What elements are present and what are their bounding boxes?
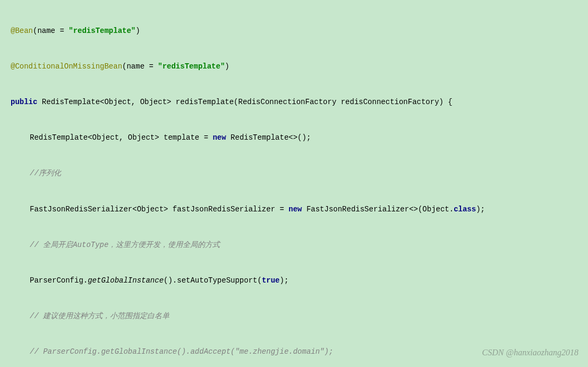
code-text: FastJsonRedisSerializer<Object> fastJson… <box>30 205 288 214</box>
code-line: // ParserConfig.getGlobalInstance().addA… <box>11 343 577 361</box>
code-line: // 建议使用这种方式，小范围指定白名单 <box>11 308 577 326</box>
code-line: ParserConfig.getGlobalInstance().setAuto… <box>11 272 577 290</box>
keyword-new: new <box>212 133 226 142</box>
comment: //序列化 <box>30 169 61 177</box>
keyword-class: class <box>454 205 476 214</box>
code-text: ); <box>280 276 289 285</box>
code-text: FastJsonRedisSerializer<>(Object. <box>302 205 454 214</box>
paren-text: (name = <box>122 62 158 71</box>
string-literal: "redisTemplate" <box>158 62 225 71</box>
comment: // 全局开启AutoType，这里方便开发，使用全局的方式 <box>30 241 220 249</box>
code-line: RedisTemplate<Object, Object> template =… <box>11 129 577 147</box>
method-signature: RedisTemplate<Object, Object> redisTempl… <box>37 98 452 106</box>
code-text: ); <box>476 205 485 214</box>
code-text: ().setAutoTypeSupport( <box>164 276 262 285</box>
code-text: RedisTemplate<Object, Object> template = <box>30 133 212 142</box>
code-line: //序列化 <box>11 165 577 183</box>
code-block: @Bean(name = "redisTemplate") @Condition… <box>0 0 588 367</box>
code-line: @Bean(name = "redisTemplate") <box>11 22 577 40</box>
comment: // 建议使用这种方式，小范围指定白名单 <box>30 312 169 320</box>
code-line: FastJsonRedisSerializer<Object> fastJson… <box>11 201 577 219</box>
keyword-new: new <box>288 205 302 214</box>
string-literal: "redisTemplate" <box>69 27 135 35</box>
code-line: public RedisTemplate<Object, Object> red… <box>11 93 577 112</box>
comment: // ParserConfig.getGlobalInstance().addA… <box>30 347 333 356</box>
code-line: @ConditionalOnMissingBean(name = "redisT… <box>11 58 577 76</box>
annotation-bean: Bean <box>15 27 33 35</box>
paren-text: (name = <box>33 27 69 35</box>
code-text: ParserConfig. <box>30 276 88 285</box>
annotation-conditional: ConditionalOnMissingBean <box>15 62 122 71</box>
paren-close: ) <box>135 27 140 35</box>
keyword-public: public <box>11 98 37 106</box>
code-text: RedisTemplate<>(); <box>226 133 311 142</box>
paren-close: ) <box>225 62 229 71</box>
code-line: // 全局开启AutoType，这里方便开发，使用全局的方式 <box>11 236 577 254</box>
italic-method: getGlobalInstance <box>88 276 164 285</box>
keyword-true: true <box>262 276 280 285</box>
